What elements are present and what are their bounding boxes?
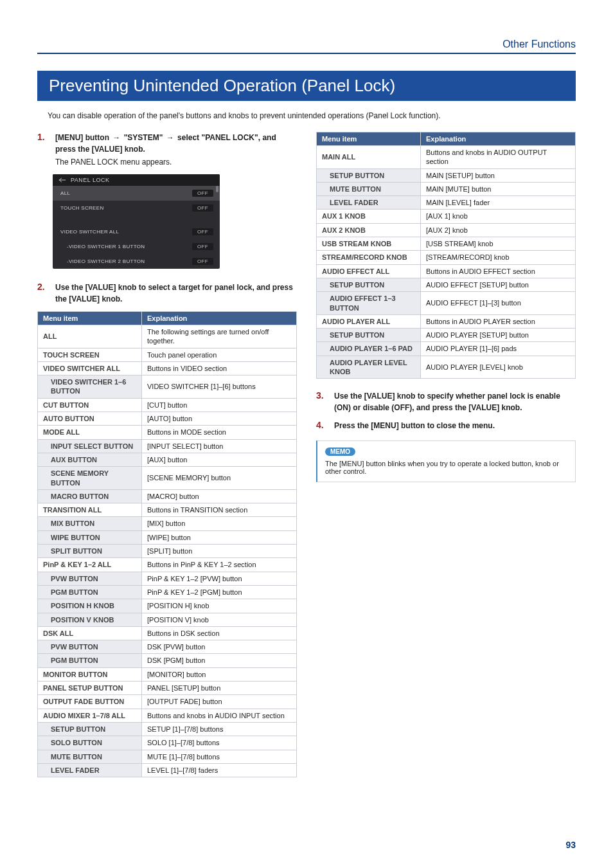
step-number: 1. [37,132,49,168]
step-number: 3. [316,390,328,413]
explanation-cell: Buttons in AUDIO EFFECT section [421,264,576,278]
menu-item-cell: PVW BUTTON [38,640,142,654]
explanation-cell: [SCENE MEMORY] button [142,467,297,490]
menu-item-cell: AUDIO PLAYER ALL [317,314,421,328]
panel-row-label: -VIDEO SWITCHER 1 BUTTON [67,244,145,249]
menu-item-cell: PVW BUTTON [38,572,142,585]
column-right: Menu item Explanation MAIN ALLButtons an… [316,132,576,777]
breadcrumb: Other Functions [37,39,576,54]
table-row: AUX 2 KNOB[AUX 2] knob [317,223,576,237]
step-2-title: Use the [VALUE] knob to select a target … [55,282,297,305]
explanation-cell: SETUP [1]–[7/8] buttons [142,722,297,736]
table-row: VIDEO SWITCHER ALLButtons in VIDEO secti… [38,361,297,375]
explanation-cell: PinP & KEY 1–2 [PGM] button [142,585,297,599]
menu-item-cell: SETUP BUTTON [38,722,142,736]
intro-paragraph: You can disable operation of the panel's… [37,111,576,120]
table-row: SETUP BUTTONSETUP [1]–[7/8] buttons [38,722,297,736]
menu-item-cell: STREAM/RECORD KNOB [317,251,421,264]
menu-item-cell: LEVEL FADER [38,763,142,777]
panel-row-all[interactable]: ALL OFF [53,186,220,201]
explanation-cell: MAIN [SETUP] button [421,168,576,182]
menu-item-cell: PANEL SETUP BUTTON [38,682,142,695]
explanation-cell: [CUT] button [142,398,297,411]
panel-titlebar: PANEL LOCK [53,174,220,186]
panel-row-vs-all[interactable]: VIDEO SWITCHER ALL OFF [53,224,220,239]
table-row: TOUCH SCREENTouch panel operation [38,348,297,361]
explanation-cell: [STREAM/RECORD] knob [421,251,576,264]
panel-row-touch[interactable]: TOUCH SCREEN OFF [53,201,220,215]
step-1-part-a: [MENU] button [55,133,109,142]
explanation-cell: Buttons and knobs in AUDIO OUTPUT sectio… [421,146,576,169]
menu-item-cell: MODE ALL [38,426,142,439]
menu-item-cell: PGM BUTTON [38,585,142,599]
step-1-part-b: "SYSTEM" [124,133,163,142]
table-row: AUX 1 KNOB[AUX 1] knob [317,210,576,223]
explanation-cell: [MONITOR] button [142,667,297,681]
table-row: POSITION H KNOB[POSITION H] knob [38,599,297,613]
menu-item-cell: AUDIO EFFECT 1–3 BUTTON [317,292,421,315]
explanation-cell: PANEL [SETUP] button [142,682,297,695]
table-row: INPUT SELECT BUTTON[INPUT SELECT] button [38,439,297,453]
step-4-title: Press the [MENU] button to close the men… [334,420,576,431]
menu-item-cell: PGM BUTTON [38,654,142,667]
table-row: DSK ALLButtons in DSK section [38,626,297,640]
col-header-menu-item: Menu item [317,132,421,146]
panel-row-vs1[interactable]: -VIDEO SWITCHER 1 BUTTON OFF [53,239,220,254]
panel-lock-table-b: Menu item Explanation MAIN ALLButtons an… [316,132,576,379]
step-1-title: [MENU] button → "SYSTEM" → select "PANEL… [55,132,297,155]
table-row: SCENE MEMORY BUTTON[SCENE MEMORY] button [38,467,297,490]
explanation-cell: [WIPE] button [142,530,297,544]
menu-item-cell: SETUP BUTTON [317,278,421,291]
table-row: MAIN ALLButtons and knobs in AUDIO OUTPU… [317,146,576,169]
step-3-title: Use the [VALUE] knob to specify whether … [334,390,576,413]
table-row: SPLIT BUTTON[SPLIT] button [38,545,297,558]
step-1-result: The PANEL LOCK menu appears. [55,156,297,168]
back-icon[interactable] [58,177,67,183]
step-2: 2. Use the [VALUE] knob to select a targ… [37,282,297,305]
table-row: LEVEL FADERLEVEL [1]–[7/8] faders [38,763,297,777]
explanation-cell: [MACRO] button [142,489,297,503]
explanation-cell: DSK [PGM] button [142,654,297,667]
memo-badge: MEMO [325,448,355,456]
page-number: 93 [565,840,576,850]
menu-item-cell: OUTPUT FADE BUTTON [38,695,142,709]
menu-item-cell: USB STREAM KNOB [317,237,421,251]
table-row: MUTE BUTTONMAIN [MUTE] button [317,182,576,195]
explanation-cell: MAIN [LEVEL] fader [421,196,576,210]
table-row: AUDIO PLAYER ALLButtons in AUDIO PLAYER … [317,314,576,328]
menu-item-cell: AUDIO PLAYER 1–6 PAD [317,342,421,356]
panel-lock-table-a: Menu item Explanation ALLThe following s… [37,311,297,777]
table-row: MIX BUTTON[MIX] button [38,517,297,530]
explanation-cell: AUDIO PLAYER [LEVEL] knob [421,356,576,379]
explanation-cell: [AUX 2] knob [421,223,576,237]
table-row: PinP & KEY 1–2 ALLButtons in PinP & KEY … [38,558,297,572]
menu-item-cell: AUX 1 KNOB [317,210,421,223]
table-row: SETUP BUTTONAUDIO PLAYER [SETUP] button [317,329,576,342]
explanation-cell: AUDIO EFFECT [1]–[3] button [421,292,576,315]
menu-item-cell: AUDIO EFFECT ALL [317,264,421,278]
menu-item-cell: SCENE MEMORY BUTTON [38,467,142,490]
scrollbar-thumb[interactable] [216,186,218,192]
menu-item-cell: ALL [38,325,142,348]
explanation-cell: MUTE [1]–[7/8] buttons [142,750,297,763]
explanation-cell: [SPLIT] button [142,545,297,558]
menu-item-cell: CUT BUTTON [38,398,142,411]
menu-item-cell: INPUT SELECT BUTTON [38,439,142,453]
table-row: MODE ALLButtons in MODE section [38,426,297,439]
explanation-cell: [AUX] button [142,453,297,466]
column-left: 1. [MENU] button → "SYSTEM" → select "PA… [37,132,297,777]
table-row: PVW BUTTONDSK [PVW] button [38,640,297,654]
step-4: 4. Press the [MENU] button to close the … [316,420,576,431]
table-row: CUT BUTTON[CUT] button [38,398,297,411]
panel-row-value: OFF [192,228,213,235]
panel-row-vs2[interactable]: -VIDEO SWITCHER 2 BUTTON OFF [53,254,220,269]
explanation-cell: AUDIO PLAYER [1]–[6] pads [421,342,576,356]
table-row: MUTE BUTTONMUTE [1]–[7/8] buttons [38,750,297,763]
menu-item-cell: AUDIO PLAYER LEVEL KNOB [317,356,421,379]
table-row: AUDIO EFFECT 1–3 BUTTONAUDIO EFFECT [1]–… [317,292,576,315]
table-row: AUDIO PLAYER 1–6 PADAUDIO PLAYER [1]–[6]… [317,342,576,356]
menu-item-cell: TRANSITION ALL [38,503,142,517]
menu-item-cell: SETUP BUTTON [317,329,421,342]
table-row: PVW BUTTONPinP & KEY 1–2 [PVW] button [38,572,297,585]
menu-item-cell: SOLO BUTTON [38,736,142,750]
